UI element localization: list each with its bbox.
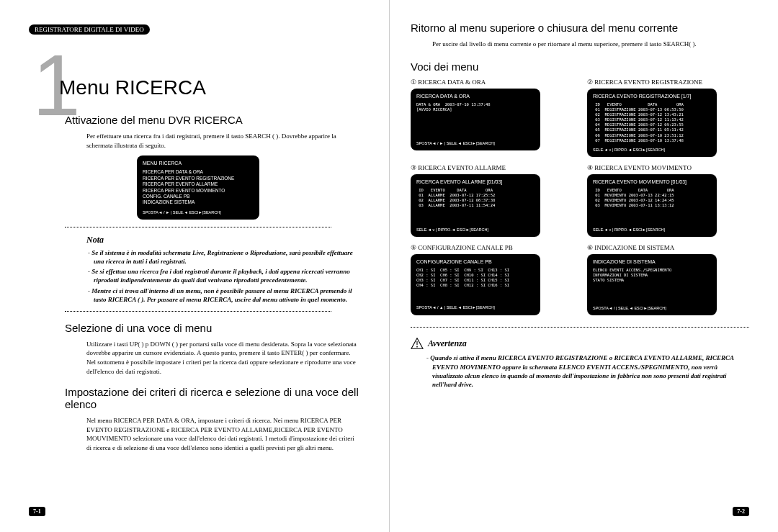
right-section-1-heading: Ritorno al menu superiore o chiusura del… bbox=[411, 22, 749, 34]
page-title: Menu RICERCA bbox=[59, 76, 367, 99]
right-section-2-heading: Voci dei menu bbox=[411, 60, 749, 73]
screen-footer: SPOSTA◄ / ► | SELE.◄ ESCI►[SEARCH] bbox=[143, 210, 254, 215]
screen-line: RICERCA PER EVENTO REGISTRAZIONE bbox=[143, 176, 254, 181]
warning-title: Avvertenza bbox=[428, 338, 467, 349]
section-3-heading: Impostazione dei criteri di ricerca e se… bbox=[65, 386, 367, 410]
grid-cell: ① RICERCA DATA & ORA RICERCA DATA & ORA … bbox=[411, 78, 573, 157]
section-2-text: Utilizzare i tasti UP( ) p DOWN ( ) per … bbox=[86, 340, 360, 376]
screens-grid: ① RICERCA DATA & ORA RICERCA DATA & ORA … bbox=[411, 78, 749, 316]
screen-canale-pb: CONFIGURAZIONE CANALE PB CH1 : SI CH5 : … bbox=[411, 254, 540, 315]
page-number-right: 7-2 bbox=[733, 507, 749, 516]
svg-point-1 bbox=[416, 346, 418, 348]
cell-label: ① RICERCA DATA & ORA bbox=[411, 78, 573, 86]
section-3-text: Nel menu RICERCA PER DATA & ORA, imposta… bbox=[86, 416, 360, 452]
cell-label: ⑤ CONFIGURAZIONE CANALE PB bbox=[411, 244, 573, 251]
cell-label: ③ RICERCA EVENTO ALLARME bbox=[411, 164, 573, 171]
grid-cell: ② RICERCA EVENTO REGISTRAZIONE RICERCA E… bbox=[587, 78, 749, 157]
section-1-heading: Attivazione del menu DVR RICERCA bbox=[65, 114, 367, 126]
grid-cell: ⑤ CONFIGURAZIONE CANALE PB CONFIGURAZION… bbox=[411, 244, 573, 316]
nota-title: Nota bbox=[86, 235, 367, 245]
screen-registrazione: RICERCA EVENTO REGISTRAZIONE [1/7] ID EV… bbox=[587, 89, 717, 157]
cell-label: ② RICERCA EVENTO REGISTRAZIONE bbox=[587, 78, 749, 86]
section-2-heading: Selezione di una voce di menu bbox=[65, 322, 367, 334]
screen-line: RICERCA PER EVENTO MOVIMENTO bbox=[143, 188, 254, 194]
screen-movimento: RICERCA EVENTO MOVIMENTO [01/03] ID EVEN… bbox=[587, 174, 717, 237]
nota-item: - Se il sistema è in modalità schermata … bbox=[94, 248, 353, 266]
screen-line: RICERCA PER DATA & ORA bbox=[143, 169, 254, 175]
screen-line: CONFIG. CANALE PB bbox=[143, 194, 254, 199]
nota-item: - Mentre ci si trova all'interno di un m… bbox=[94, 287, 353, 304]
header-tab: REGISTRATORE DIGITALE DI VIDEO bbox=[29, 24, 150, 35]
dotted-rule bbox=[65, 311, 331, 312]
grid-cell: ④ RICERCA EVENTO MOVIMENTO RICERCA EVENT… bbox=[587, 164, 749, 237]
section-1-text: Per effettuare una ricerca fra i dati re… bbox=[86, 132, 360, 150]
screen-sistema: INDICAZIONE DI SISTEMA ELENCO EVENTI ACC… bbox=[587, 254, 717, 316]
screen-main-menu: MENU RICERCA RICERCA PER DATA & ORA RICE… bbox=[137, 155, 259, 220]
grid-cell: ⑥ INDICAZIONE DI SISTEMA INDICAZIONE DI … bbox=[587, 244, 749, 316]
screen-data-ora: RICERCA DATA & ORA DATA & ORA 2003-07-10… bbox=[411, 89, 540, 151]
grid-cell: ③ RICERCA EVENTO ALLARME RICERCA EVENTO … bbox=[411, 164, 573, 237]
page-number-left: 7-1 bbox=[29, 507, 45, 516]
dotted-rule bbox=[411, 327, 749, 328]
manual-spread: REGISTRATORE DIGITALE DI VIDEO 1 Menu RI… bbox=[0, 0, 778, 532]
nota-item: - Se si effettua una ricerca fra i dati … bbox=[94, 267, 353, 284]
screen-line: RICERCA PER EVENTO ALLARME bbox=[143, 181, 254, 187]
left-page: REGISTRATORE DIGITALE DI VIDEO 1 Menu RI… bbox=[7, 22, 389, 525]
right-section-1-text: Per uscire dal livello di menu corrente … bbox=[432, 40, 742, 49]
screen-allarme: RICERCA EVENTO ALLARME [01/03] ID EVENTO… bbox=[411, 174, 540, 237]
screen-title: MENU RICERCA bbox=[143, 160, 254, 166]
right-page: Ritorno al menu superiore o chiusura del… bbox=[389, 22, 771, 525]
dotted-rule bbox=[65, 227, 331, 227]
warning-header: Avvertenza bbox=[411, 338, 749, 349]
warning-text: - Quando si attiva il menu RICERCA EVENT… bbox=[432, 353, 742, 389]
cell-label: ④ RICERCA EVENTO MOVIMENTO bbox=[587, 164, 749, 171]
cell-label: ⑥ INDICAZIONE DI SISTEMA bbox=[587, 244, 749, 251]
warning-icon bbox=[411, 338, 424, 349]
screen-line: INDICAZIONE SISTEMA bbox=[143, 199, 254, 205]
